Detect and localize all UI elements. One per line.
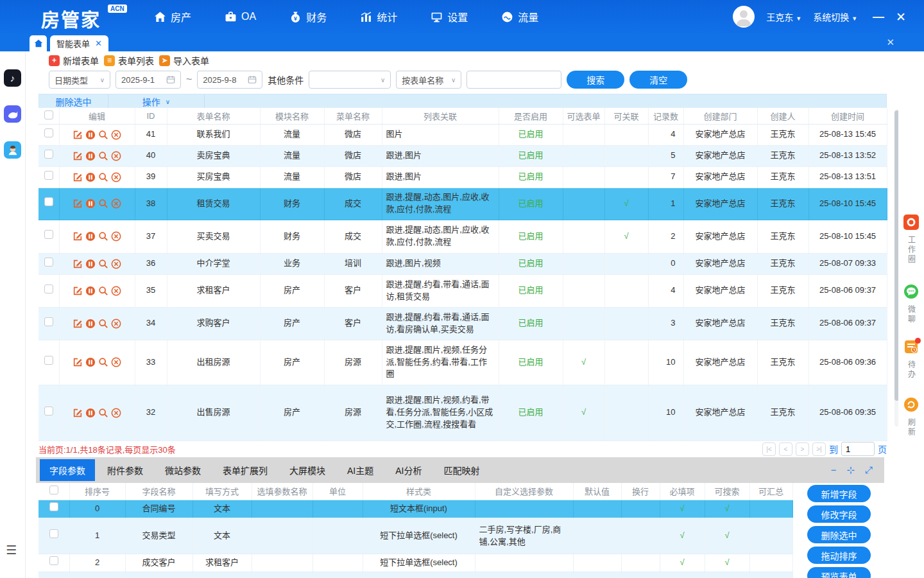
table-row[interactable]: 35求租客户房产客户跟进,提醒,约看,带看,通话,面访,租赁交易已启用4安家地产…: [38, 274, 887, 307]
magnifier-icon[interactable]: [98, 319, 108, 329]
row-checkbox[interactable]: [49, 529, 58, 538]
field-button-2[interactable]: 修改字段: [807, 505, 871, 523]
next-page-button[interactable]: >: [796, 442, 809, 456]
row-checkbox[interactable]: [44, 230, 53, 239]
row-checkbox[interactable]: [44, 197, 53, 206]
tab-close-icon[interactable]: ✕: [95, 39, 102, 48]
nav-item-6[interactable]: 流量: [501, 9, 538, 24]
stats-circle-icon[interactable]: [85, 319, 96, 329]
system-switch-dropdown[interactable]: 系统切换▼: [813, 10, 857, 23]
stats-circle-icon[interactable]: [85, 231, 96, 241]
magnifier-icon[interactable]: [98, 408, 108, 418]
detail-tab-4[interactable]: 表单扩展列: [213, 459, 277, 481]
stats-circle-icon[interactable]: [85, 151, 96, 161]
first-page-button[interactable]: |<: [762, 442, 776, 456]
table-row[interactable]: 40卖房宝典流量微店跟进,图片已启用5安家地产总店王克东25-08-13 13:…: [38, 145, 887, 166]
row-checkbox[interactable]: [44, 356, 53, 365]
detail-tab-7[interactable]: AI分析: [386, 459, 431, 481]
magnifier-icon[interactable]: [98, 130, 108, 140]
disable-icon[interactable]: [111, 198, 121, 209]
stats-circle-icon[interactable]: [85, 259, 96, 269]
dock-微聊[interactable]: 微聊: [898, 285, 924, 324]
detail-tab-8[interactable]: 匹配映射: [434, 459, 489, 481]
magnifier-icon[interactable]: [98, 231, 108, 241]
delete-selected-button[interactable]: 删除选中: [39, 94, 108, 109]
disable-icon[interactable]: [111, 172, 121, 182]
nav-item-3[interactable]: ¥财务: [289, 9, 327, 24]
search-input[interactable]: [466, 71, 561, 89]
table-row[interactable]: 41联系我们流量微店图片已启用4安家地产总店王克东25-08-13 15:45: [38, 124, 887, 145]
row-checkbox[interactable]: [49, 556, 58, 565]
table-row[interactable]: 34求购客户房产客户跟进,提醒,约看,带看,通话,面访,看房确认单,买卖交易已启…: [38, 307, 887, 340]
row-checkbox[interactable]: [44, 317, 53, 326]
detail-tab-3[interactable]: 微站参数: [155, 459, 210, 481]
date-type-select[interactable]: 日期类型∨: [49, 71, 110, 89]
stats-circle-icon[interactable]: [85, 357, 96, 367]
disable-icon[interactable]: [111, 319, 121, 329]
close-button[interactable]: ✕: [896, 10, 906, 24]
field-button-5[interactable]: 预览表单: [807, 567, 871, 578]
tiktok-icon[interactable]: ♪: [4, 69, 21, 87]
disable-icon[interactable]: [111, 259, 121, 269]
dock-工作圈[interactable]: 工作圈: [898, 216, 924, 265]
minimize-button[interactable]: —: [873, 10, 884, 24]
expand-icon[interactable]: ⤢: [865, 464, 873, 476]
edit-icon[interactable]: [73, 231, 83, 241]
detail-tab-2[interactable]: 附件参数: [98, 459, 153, 481]
disable-icon[interactable]: [111, 231, 121, 241]
row-checkbox[interactable]: [44, 285, 53, 293]
row-checkbox[interactable]: [44, 171, 53, 180]
disable-icon[interactable]: [111, 286, 121, 296]
table-row[interactable]: 0合同编号文本短文本框(input)√√: [38, 500, 792, 518]
table-row[interactable]: 2成交客户求租客户短下拉单选框(select)√√: [38, 554, 792, 572]
detail-tab-6[interactable]: AI主题: [338, 459, 383, 481]
row-checkbox[interactable]: [44, 407, 53, 416]
operate-dropdown[interactable]: 操作 ∨: [108, 94, 205, 109]
table-row[interactable]: 36中介学堂业务培训跟进,图片,视频已启用0安家地产总店王克东25-08-07 …: [38, 253, 887, 274]
stats-circle-icon[interactable]: [85, 408, 96, 418]
table-row[interactable]: 38租赁交易财务成交跟进,提醒,动态,图片,应收,收款,应付,付款,流程已启用√…: [38, 188, 887, 220]
edit-icon[interactable]: [73, 151, 83, 161]
nav-item-1[interactable]: 房产: [154, 9, 191, 24]
edit-icon[interactable]: [73, 286, 83, 296]
disable-icon[interactable]: [111, 151, 121, 161]
strip-close-icon[interactable]: ✕: [886, 37, 894, 48]
select-all-checkbox[interactable]: [49, 486, 58, 495]
field-button-1[interactable]: 新增字段: [807, 485, 871, 502]
magnifier-icon[interactable]: [98, 198, 108, 209]
user-avatar[interactable]: [733, 6, 755, 28]
table-row[interactable]: 32出售房源房产房源跟进,提醒,图片,视频,约看,带看,任务分派,智能任务,小区…: [38, 385, 887, 441]
clear-button[interactable]: 清空: [629, 71, 687, 89]
magnifier-icon[interactable]: [98, 286, 108, 296]
by-form-name-select[interactable]: 按表单名称∨: [396, 71, 461, 89]
other-conditions-select[interactable]: ∨: [309, 71, 391, 89]
dock-刷新[interactable]: 刷新: [898, 398, 924, 437]
date-from-input[interactable]: 2025-9-1: [116, 71, 181, 89]
edit-icon[interactable]: [73, 198, 83, 209]
row-checkbox[interactable]: [44, 258, 53, 267]
edit-icon[interactable]: [73, 319, 83, 329]
user-name-dropdown[interactable]: 王克东▼: [766, 10, 801, 23]
nav-item-2[interactable]: OA: [225, 11, 256, 23]
collapse-icon[interactable]: −: [831, 464, 837, 476]
last-page-button[interactable]: >|: [812, 442, 826, 456]
field-button-3[interactable]: 删除选中: [807, 526, 871, 543]
table-row[interactable]: 1交易类型文本短下拉单选框(select)二手房,写字楼,厂房,商铺,公寓,其他…: [38, 518, 792, 554]
row-checkbox[interactable]: [44, 128, 53, 137]
form-list-button[interactable]: ≡ 表单列表: [104, 54, 154, 67]
magnifier-icon[interactable]: [98, 357, 108, 367]
magnifier-icon[interactable]: [98, 259, 108, 269]
edit-icon[interactable]: [73, 259, 83, 269]
search-button[interactable]: 搜索: [567, 71, 624, 89]
disable-icon[interactable]: [111, 357, 121, 367]
person-app-icon[interactable]: [4, 141, 21, 159]
import-form-button[interactable]: ➤ 导入表单: [159, 54, 209, 67]
tab-smart-forms[interactable]: 智能表单 ✕: [50, 35, 108, 51]
shrink-icon[interactable]: ⊹: [846, 464, 855, 476]
magnifier-icon[interactable]: [98, 172, 108, 182]
edit-icon[interactable]: [73, 408, 83, 418]
stats-circle-icon[interactable]: [85, 172, 96, 182]
prev-page-button[interactable]: <: [779, 442, 792, 456]
field-button-4[interactable]: 拖动排序: [807, 547, 871, 564]
home-tab[interactable]: [30, 35, 47, 51]
